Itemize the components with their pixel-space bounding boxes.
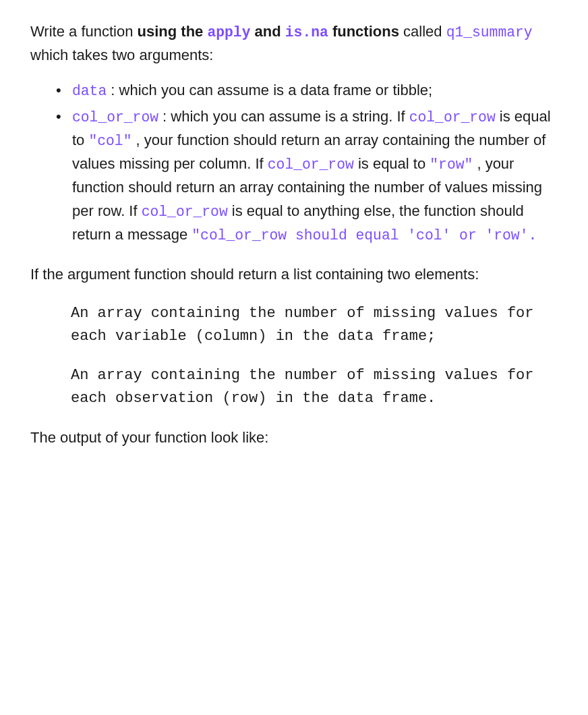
list-item: col_or_row : which you can assume is a s…: [60, 105, 558, 246]
code-col-or-row: col_or_row: [409, 109, 496, 125]
end-paragraph: The output of your function look like:: [30, 426, 558, 449]
code-isna: is.na: [285, 24, 328, 40]
code-row-string: "row": [430, 156, 473, 173]
code-apply: apply: [207, 24, 250, 40]
text: : which you can assume is a string. If: [158, 108, 409, 125]
arguments-list: data : which you can assume is a data fr…: [30, 79, 558, 247]
code-col-or-row: col_or_row: [72, 109, 158, 125]
text: : which you can assume is a data frame o…: [107, 82, 432, 98]
text: Write a function: [30, 23, 138, 40]
text: called: [399, 23, 446, 40]
code-block-1: An array containing the number of missin…: [30, 302, 558, 348]
list-item: data : which you can assume is a data fr…: [60, 79, 558, 103]
bold-text: using the apply and is.na functions: [138, 23, 399, 40]
code-q1-summary: q1_summary: [446, 24, 533, 40]
code-data: data: [72, 83, 107, 99]
text: which takes two arguments:: [30, 47, 213, 63]
code-col-or-row: col_or_row: [268, 156, 354, 173]
code-col-or-row: col_or_row: [142, 204, 228, 220]
text: is equal to: [354, 155, 430, 172]
code-block-2: An array containing the number of missin…: [30, 364, 558, 410]
code-col-string: "col": [88, 133, 131, 149]
intro-paragraph: Write a function using the apply and is.…: [30, 20, 558, 67]
mid-paragraph: If the argument function should return a…: [30, 263, 558, 286]
code-error-message: "col_or_row should equal 'col' or 'row'.: [192, 227, 537, 244]
